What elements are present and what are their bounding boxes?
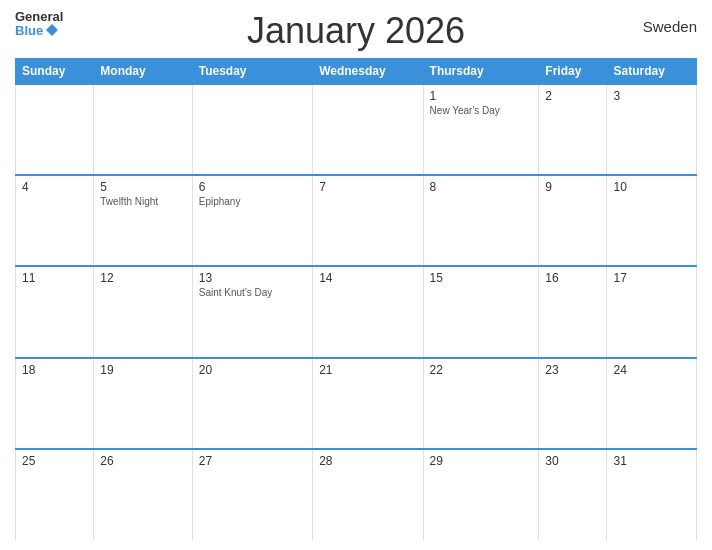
- calendar-cell: 8: [423, 175, 539, 266]
- holiday-name: Twelfth Night: [100, 196, 185, 207]
- logo-flag-icon: [45, 23, 59, 37]
- calendar-cell: 2: [539, 84, 607, 175]
- holiday-name: Epiphany: [199, 196, 306, 207]
- calendar-cell: 29: [423, 449, 539, 540]
- date-number: 5: [100, 180, 185, 194]
- date-number: 8: [430, 180, 533, 194]
- calendar-cell: 7: [313, 175, 423, 266]
- date-number: 29: [430, 454, 533, 468]
- calendar-cell: 4: [16, 175, 94, 266]
- calendar-cell: 14: [313, 266, 423, 357]
- date-number: 28: [319, 454, 416, 468]
- date-number: 2: [545, 89, 600, 103]
- calendar-cell: 28: [313, 449, 423, 540]
- calendar-cell: 10: [607, 175, 697, 266]
- calendar-cell: 9: [539, 175, 607, 266]
- calendar-table: SundayMondayTuesdayWednesdayThursdayFrid…: [15, 58, 697, 540]
- calendar-cell: 27: [192, 449, 312, 540]
- calendar-cell: 5Twelfth Night: [94, 175, 192, 266]
- date-number: 22: [430, 363, 533, 377]
- week-row-1: 1New Year's Day23: [16, 84, 697, 175]
- calendar-cell: 17: [607, 266, 697, 357]
- date-number: 26: [100, 454, 185, 468]
- date-number: 13: [199, 271, 306, 285]
- calendar-cell: 25: [16, 449, 94, 540]
- date-number: 12: [100, 271, 185, 285]
- logo: General Blue: [15, 10, 63, 37]
- week-row-3: 111213Saint Knut's Day14151617: [16, 266, 697, 357]
- calendar-cell: 16: [539, 266, 607, 357]
- calendar-cell: [313, 84, 423, 175]
- date-number: 16: [545, 271, 600, 285]
- date-number: 11: [22, 271, 87, 285]
- calendar-cell: 1New Year's Day: [423, 84, 539, 175]
- calendar-cell: 15: [423, 266, 539, 357]
- date-number: 10: [613, 180, 690, 194]
- date-number: 23: [545, 363, 600, 377]
- date-number: 3: [613, 89, 690, 103]
- date-number: 20: [199, 363, 306, 377]
- holiday-name: New Year's Day: [430, 105, 533, 116]
- calendar-cell: 22: [423, 358, 539, 449]
- date-number: 31: [613, 454, 690, 468]
- svg-marker-0: [46, 24, 58, 36]
- calendar-header: General Blue January 2026 Sweden: [15, 10, 697, 52]
- date-number: 18: [22, 363, 87, 377]
- calendar-cell: 18: [16, 358, 94, 449]
- date-number: 6: [199, 180, 306, 194]
- calendar-cell: 11: [16, 266, 94, 357]
- date-number: 25: [22, 454, 87, 468]
- date-number: 27: [199, 454, 306, 468]
- week-row-2: 45Twelfth Night6Epiphany78910: [16, 175, 697, 266]
- calendar-cell: [94, 84, 192, 175]
- date-number: 30: [545, 454, 600, 468]
- logo-blue-text: Blue: [15, 24, 43, 37]
- calendar-cell: 30: [539, 449, 607, 540]
- day-header-wednesday: Wednesday: [313, 59, 423, 85]
- holiday-name: Saint Knut's Day: [199, 287, 306, 298]
- country-label: Sweden: [643, 18, 697, 35]
- calendar-cell: 12: [94, 266, 192, 357]
- day-header-monday: Monday: [94, 59, 192, 85]
- day-header-tuesday: Tuesday: [192, 59, 312, 85]
- calendar-cell: 21: [313, 358, 423, 449]
- date-number: 19: [100, 363, 185, 377]
- calendar-cell: 31: [607, 449, 697, 540]
- date-number: 17: [613, 271, 690, 285]
- logo-general-text: General: [15, 10, 63, 23]
- calendar-cell: [16, 84, 94, 175]
- day-header-sunday: Sunday: [16, 59, 94, 85]
- date-number: 9: [545, 180, 600, 194]
- day-header-saturday: Saturday: [607, 59, 697, 85]
- date-number: 1: [430, 89, 533, 103]
- day-header-row: SundayMondayTuesdayWednesdayThursdayFrid…: [16, 59, 697, 85]
- date-number: 14: [319, 271, 416, 285]
- date-number: 7: [319, 180, 416, 194]
- date-number: 21: [319, 363, 416, 377]
- calendar-cell: 19: [94, 358, 192, 449]
- calendar-container: General Blue January 2026 Sweden SundayM…: [0, 0, 712, 550]
- calendar-cell: 6Epiphany: [192, 175, 312, 266]
- date-number: 4: [22, 180, 87, 194]
- week-row-4: 18192021222324: [16, 358, 697, 449]
- day-header-friday: Friday: [539, 59, 607, 85]
- calendar-cell: 24: [607, 358, 697, 449]
- calendar-title: January 2026: [247, 10, 465, 52]
- date-number: 15: [430, 271, 533, 285]
- calendar-cell: 13Saint Knut's Day: [192, 266, 312, 357]
- date-number: 24: [613, 363, 690, 377]
- calendar-cell: 20: [192, 358, 312, 449]
- calendar-cell: [192, 84, 312, 175]
- calendar-cell: 23: [539, 358, 607, 449]
- week-row-5: 25262728293031: [16, 449, 697, 540]
- day-header-thursday: Thursday: [423, 59, 539, 85]
- calendar-cell: 26: [94, 449, 192, 540]
- calendar-cell: 3: [607, 84, 697, 175]
